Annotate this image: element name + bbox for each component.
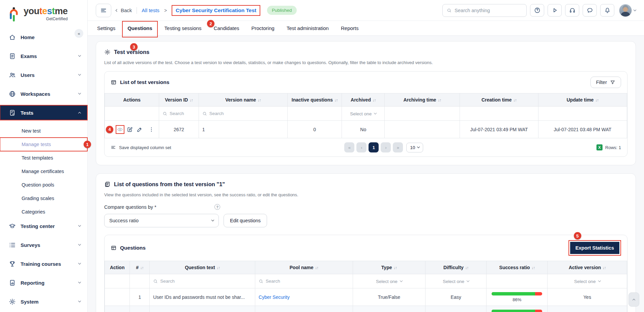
sidebar-item[interactable]: Test templates [0,151,87,165]
column-header[interactable]: Inactive questions↓↑ [288,93,342,107]
question-number-cell: 1 [130,288,150,306]
sidebar-item[interactable]: Manage certificates [0,165,87,178]
avatar[interactable] [619,4,632,17]
tab[interactable]: Questions [127,22,152,34]
breadcrumb-all-tests[interactable]: All tests [142,7,159,13]
sort-icon: ↓↑ [334,98,338,102]
prev-page-button[interactable]: ‹ [356,142,367,152]
export-excel-icon[interactable]: X [596,144,603,150]
save-column-set-button[interactable]: Save displayed column set [111,145,171,150]
sidebar-item[interactable]: Question pools [0,178,87,192]
test-version-row: 4 [105,121,627,138]
column-header[interactable]: Version name↓↑ [199,93,287,107]
compare-by-select[interactable]: Success ratio [104,214,219,227]
question-text-search[interactable] [153,279,252,284]
back-button[interactable]: Back [116,7,132,13]
scroll-to-top-button[interactable] [628,292,639,307]
column-header[interactable]: Type↓↑ [353,261,425,274]
tab[interactable]: Testing sessions [165,22,202,34]
tab[interactable]: Candidates [214,22,239,34]
chevron-left-icon [116,9,118,11]
help-button[interactable] [530,4,544,17]
user-menu[interactable] [619,4,636,17]
notifications-button[interactable] [600,4,614,17]
page-size-select[interactable]: 10 [406,143,423,152]
view-version-icon[interactable] [117,126,123,133]
column-header[interactable]: Pool name↓↑ [255,261,353,274]
column-header[interactable]: Difficulty↓↑ [426,261,487,274]
last-page-button[interactable]: » [393,142,403,152]
more-actions-icon[interactable] [148,126,154,133]
column-header[interactable]: Archiving time↓↑ [385,93,460,107]
section-description: View the questions included in the selec… [96,188,636,197]
chevron-up-icon [633,299,635,302]
column-header[interactable]: Active version↓↑ [548,261,627,274]
menu-toggle-button[interactable] [96,4,111,17]
section-title: List of questions from the test version … [114,181,225,188]
global-search-input[interactable] [455,8,522,13]
type-filter-select[interactable]: Select one [376,279,402,284]
column-header[interactable]: Update time↓↑ [538,93,627,107]
tab[interactable]: Reports [341,22,359,34]
rows-count: Rows: 1 [605,145,621,150]
breadcrumb-current-test[interactable]: Cyber Security Certification Test [176,7,256,13]
column-header[interactable]: Question text↓↑ [150,261,255,274]
version-name-search[interactable] [202,111,284,116]
tab[interactable]: Test administration [287,22,329,34]
difficulty-filter-select[interactable]: Select one [443,279,469,284]
pool-name-link[interactable]: Cyber Security [259,294,290,300]
sort-icon: ↓↑ [393,266,397,270]
column-header[interactable]: Action [105,261,130,274]
pool-name-search[interactable] [259,279,349,284]
active-version-cell: Yes [548,288,627,306]
sidebar-item[interactable]: Manage tests 1 [0,138,87,151]
sidebar-item[interactable]: Categories [0,205,87,219]
column-header[interactable]: Actions [105,93,159,107]
edit-version-icon[interactable] [127,126,133,133]
sidebar-item[interactable]: System [0,294,87,309]
filter-button[interactable]: Filter [590,77,621,88]
next-page-button[interactable]: › [381,142,391,152]
global-search[interactable] [442,4,527,17]
chevron-icon [78,262,81,264]
sidebar-item[interactable]: Surveys [0,237,87,252]
rename-version-icon[interactable] [137,126,143,133]
archived-filter-select[interactable]: Select one [350,111,376,116]
sidebar-item[interactable]: Exams [0,49,87,63]
sidebar-item[interactable]: Testing center [0,219,87,233]
workspaces-icon [9,90,16,97]
sidebar-item[interactable]: Workspaces [0,86,87,101]
sidebar-item[interactable]: New test [0,124,87,138]
sidebar-item[interactable]: Users [0,67,87,82]
gear-icon [104,49,111,55]
table-icon [111,79,117,85]
version-id-search[interactable] [163,111,195,116]
active-version-filter-select[interactable]: Select one [574,279,601,284]
column-header[interactable]: Archived↓↑ [342,93,385,107]
sidebar-item-label: Grading scales [22,196,54,201]
page-number-button[interactable]: 1 [369,142,379,152]
sidebar-item[interactable]: Grading scales [0,192,87,205]
column-header[interactable]: Success ratio↓↑ [487,261,548,274]
edit-questions-button[interactable]: Edit questions [224,214,267,227]
column-header[interactable]: Version ID↓↑ [159,93,199,107]
tab[interactable]: Proctoring [252,22,274,34]
first-page-button[interactable]: « [344,142,354,152]
export-statistics-button[interactable]: Export Statistics [570,242,619,254]
annotation-circle-5: 5 [574,232,581,239]
sidebar-item[interactable]: Training courses [0,256,87,271]
support-button[interactable] [565,4,579,17]
tab[interactable]: Settings [97,22,115,34]
sidebar-item[interactable]: Reporting [0,275,87,290]
messages-button[interactable] [583,4,597,17]
sidebar-item[interactable]: Home [0,30,87,45]
column-header[interactable]: #↓↑ [130,261,150,274]
column-header[interactable]: Creation time↓↑ [460,93,538,107]
sidebar-item[interactable]: Tests [0,105,87,120]
main-area: Back All tests > Cyber Security Certific… [88,0,644,312]
table-title: Questions [120,245,146,251]
active-version-cell: Yes [548,306,627,312]
sort-icon: ↓↑ [217,266,220,270]
tutorials-button[interactable] [548,4,562,17]
view-question-icon[interactable] [114,294,120,300]
